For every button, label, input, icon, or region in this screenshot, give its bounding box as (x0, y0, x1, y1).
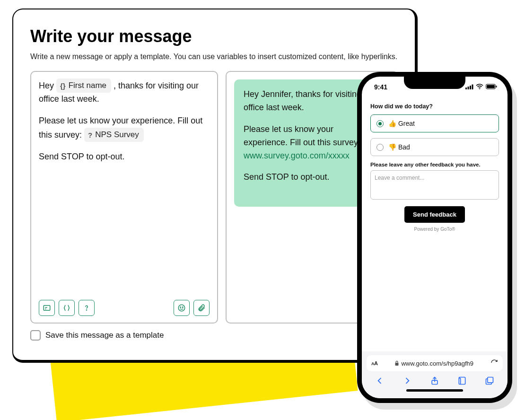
back-icon[interactable] (375, 376, 385, 385)
svg-rect-15 (488, 377, 493, 383)
card-description: Write a new message or apply a template.… (30, 51, 398, 62)
feedback-label: Please leave any other feedback you have… (370, 162, 499, 167)
svg-rect-11 (487, 85, 495, 88)
template-button[interactable] (39, 300, 55, 316)
svg-point-3 (180, 307, 181, 308)
radio-bad[interactable] (376, 144, 384, 151)
home-indicator (406, 389, 463, 392)
phone-notch (404, 77, 465, 89)
text-fragment: Hey (39, 81, 56, 90)
safari-toolbar (367, 371, 503, 385)
editor-line-2: Please let us know your experience. Fill… (39, 114, 210, 142)
chip-label: First name (69, 79, 106, 92)
option-great-label: 👍 Great (388, 120, 415, 127)
svg-point-1 (86, 310, 87, 310)
survey-question: How did we do today? (370, 103, 499, 110)
svg-point-4 (183, 307, 184, 308)
svg-rect-13 (395, 363, 399, 366)
phone-screen: 9:41 How did we do today? 👍 Great 👎 Bad … (362, 77, 508, 398)
svg-rect-7 (470, 86, 471, 89)
save-template-row: Save this message as a template (30, 330, 398, 341)
emoji-button[interactable] (174, 300, 190, 316)
message-editor[interactable]: Hey {} First name , thanks for visiting … (30, 71, 218, 324)
editor-toolbar (39, 300, 210, 316)
svg-rect-8 (472, 85, 473, 90)
svg-rect-5 (465, 88, 467, 89)
phone-mockup: 9:41 How did we do today? 👍 Great 👎 Bad … (357, 72, 512, 403)
attachment-button[interactable] (193, 300, 210, 316)
status-icons (465, 83, 497, 91)
lock-icon (394, 360, 399, 366)
option-bad[interactable]: 👎 Bad (370, 138, 499, 156)
svg-point-9 (479, 88, 480, 89)
tabs-icon[interactable] (485, 376, 494, 385)
editor-body[interactable]: Hey {} First name , thanks for visiting … (39, 79, 210, 300)
battery-icon (486, 83, 497, 91)
variable-chip-first-name[interactable]: {} First name (56, 79, 111, 93)
share-icon[interactable] (430, 376, 439, 385)
signal-icon (465, 83, 473, 91)
powered-by-text: Powered by GoTo® (370, 227, 499, 232)
option-great[interactable]: 👍 Great (370, 114, 499, 132)
card-title: Write your message (30, 26, 398, 46)
forward-icon[interactable] (402, 376, 412, 385)
comment-textarea[interactable]: Leave a comment... (370, 170, 499, 200)
editor-line-3: Send STOP to opt-out. (39, 150, 210, 164)
svg-rect-6 (468, 87, 469, 89)
editor-line-1: Hey {} First name , thanks for visiting … (39, 79, 210, 106)
preview-link: www.survey.goto.com/xxxxx (244, 151, 350, 160)
save-template-label: Save this message as a template (45, 331, 164, 340)
url-value: www.goto.com/s/hp9agfh9 (401, 360, 473, 367)
option-bad-label: 👎 Bad (388, 143, 410, 151)
text-fragment: Please let us know your experience. Fill… (244, 124, 360, 147)
safari-chrome: AA www.goto.com/s/hp9agfh9 (362, 351, 508, 398)
bookmarks-icon[interactable] (457, 376, 467, 385)
insert-variable-button[interactable] (59, 300, 75, 316)
braces-icon: {} (60, 80, 66, 91)
svg-point-2 (178, 305, 185, 311)
url-text: www.goto.com/s/hp9agfh9 (381, 360, 487, 367)
survey-content: How did we do today? 👍 Great 👎 Bad Pleas… (362, 97, 508, 351)
wifi-icon (476, 83, 483, 91)
url-pill[interactable]: AA www.goto.com/s/hp9agfh9 (367, 355, 503, 371)
status-time: 9:41 (374, 83, 387, 91)
editor-panels: Hey {} First name , thanks for visiting … (30, 71, 398, 324)
chip-label: NPS Survey (95, 129, 139, 141)
question-icon: ? (88, 130, 92, 140)
radio-great[interactable] (376, 120, 384, 127)
send-feedback-button[interactable]: Send feedback (404, 206, 465, 223)
text-size-icon[interactable]: AA (371, 360, 377, 366)
reload-icon[interactable] (490, 359, 498, 368)
variable-chip-nps-survey[interactable]: ? NPS Survey (84, 128, 144, 142)
help-button[interactable] (79, 300, 95, 316)
save-template-checkbox[interactable] (30, 330, 41, 341)
svg-rect-12 (496, 86, 497, 88)
safari-url-bar: AA www.goto.com/s/hp9agfh9 (362, 351, 508, 398)
